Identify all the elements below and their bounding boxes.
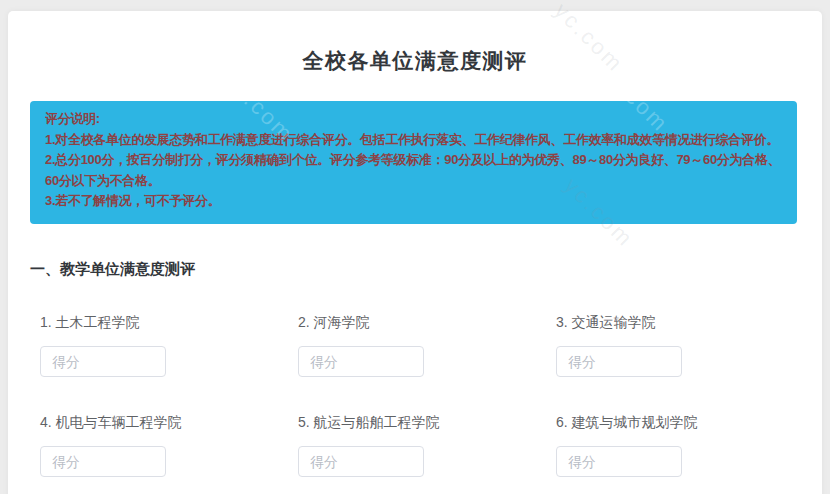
page-title: 全校各单位满意度测评 xyxy=(8,47,822,75)
question-label: 1. 土木工程学院 xyxy=(40,313,298,331)
question-item-1: 1. 土木工程学院 xyxy=(40,313,298,377)
scoring-instruction-line: 1.对全校各单位的发展态势和工作满意度进行综合评分。包括工作执行落实、工作纪律作… xyxy=(45,130,782,151)
score-input-4[interactable] xyxy=(40,446,166,477)
scoring-instruction-line: 2.总分100分，按百分制打分，评分须精确到个位。评分参考等级标准：90分及以上… xyxy=(45,150,782,171)
scoring-instruction-line: 60分以下为不合格。 xyxy=(45,171,782,192)
questions-grid: 1. 土木工程学院 2. 河海学院 3. 交通运输学院 4. 机电与车辆工程学院… xyxy=(40,313,814,477)
question-label: 4. 机电与车辆工程学院 xyxy=(40,413,298,431)
score-input-6[interactable] xyxy=(556,446,682,477)
question-item-4: 4. 机电与车辆工程学院 xyxy=(40,413,298,477)
question-item-5: 5. 航运与船舶工程学院 xyxy=(298,413,556,477)
page: { "page": { "background_color": "#ececec… xyxy=(0,0,830,494)
question-label: 6. 建筑与城市规划学院 xyxy=(556,413,814,431)
question-item-3: 3. 交通运输学院 xyxy=(556,313,814,377)
question-item-2: 2. 河海学院 xyxy=(298,313,556,377)
score-input-3[interactable] xyxy=(556,346,682,377)
score-input-1[interactable] xyxy=(40,346,166,377)
survey-card: 全校各单位满意度测评 评分说明: 1.对全校各单位的发展态势和工作满意度进行综合… xyxy=(8,11,822,494)
question-label: 3. 交通运输学院 xyxy=(556,313,814,331)
score-input-5[interactable] xyxy=(298,446,424,477)
section-heading-teaching-units: 一、教学单位满意度测评 xyxy=(30,260,195,279)
scoring-instructions-box: 评分说明: 1.对全校各单位的发展态势和工作满意度进行综合评分。包括工作执行落实… xyxy=(30,101,797,224)
score-input-2[interactable] xyxy=(298,346,424,377)
question-label: 5. 航运与船舶工程学院 xyxy=(298,413,556,431)
scoring-instructions-title: 评分说明: xyxy=(45,109,782,130)
scoring-instruction-line: 3.若不了解情况，可不予评分。 xyxy=(45,191,782,212)
question-label: 2. 河海学院 xyxy=(298,313,556,331)
question-item-6: 6. 建筑与城市规划学院 xyxy=(556,413,814,477)
